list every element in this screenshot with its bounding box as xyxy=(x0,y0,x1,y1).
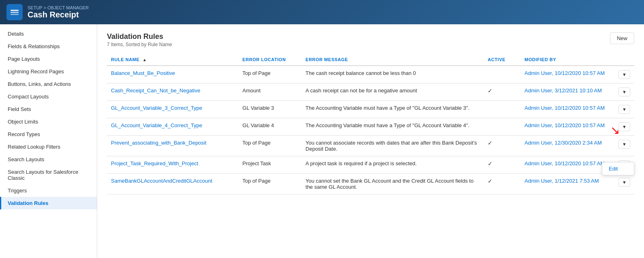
modified-by-link[interactable]: Admin User, 10/12/2020 10:57 AM xyxy=(525,70,605,76)
error-message-cell: A cash receipt can not be for a negative… xyxy=(301,83,484,101)
row-dropdown-button[interactable]: ▼ xyxy=(618,178,630,187)
action-cell: ▼ xyxy=(614,118,634,136)
error-message-cell: A project task is required if a project … xyxy=(301,156,484,174)
sidebar-item-details[interactable]: Details xyxy=(0,28,97,40)
app-header: SETUP > OBJECT MANAGER Cash Receipt xyxy=(0,0,644,24)
col-error-message: ERROR MESSAGE xyxy=(301,54,484,66)
error-location-cell: Top of Page xyxy=(239,66,302,83)
modified-by-link[interactable]: Admin User, 1/12/2021 7:53 AM xyxy=(525,178,599,184)
sort-icon: ▲ xyxy=(143,58,147,62)
new-button[interactable]: New xyxy=(610,32,634,44)
col-rule-name: RULE NAME ▲ xyxy=(107,54,239,66)
col-message-label: ERROR MESSAGE xyxy=(305,57,348,62)
row-dropdown-button[interactable]: ▼ xyxy=(618,122,630,131)
rule-name-link[interactable]: Project_Task_Required_With_Project xyxy=(111,160,198,166)
row-dropdown-button[interactable]: ▼ xyxy=(618,140,630,149)
col-location-label: ERROR LOCATION xyxy=(243,57,286,62)
error-location-cell: GL Variable 4 xyxy=(239,118,302,136)
col-rule-label: RULE NAME xyxy=(111,57,139,62)
sidebar-item-page-layouts[interactable]: Page Layouts xyxy=(0,53,97,65)
modified-by-cell: Admin User, 10/12/2020 10:57 AM xyxy=(520,66,614,83)
row-dropdown-button[interactable]: ▼ xyxy=(618,87,630,96)
sidebar-item-search-layouts[interactable]: Search Layouts xyxy=(0,153,97,166)
table-row: GL_Account_Variable_4_Correct_TypeGL Var… xyxy=(107,118,634,136)
modified-by-cell: Admin User, 10/12/2020 10:57 AM xyxy=(520,156,614,174)
active-cell: ✓ xyxy=(484,136,520,156)
modified-by-link[interactable]: Admin User, 10/12/2020 10:57 AM xyxy=(525,160,605,166)
error-location-cell: Top of Page xyxy=(239,174,302,194)
rule-name-link[interactable]: Prevent_associating_with_Bank_Deposit xyxy=(111,140,207,146)
table-row: Cash_Receipt_Can_Not_be_NegativeAmountA … xyxy=(107,83,634,101)
active-cell: ✓ xyxy=(484,174,520,194)
error-location-cell: GL Variable 3 xyxy=(239,101,302,118)
validation-rules-table: RULE NAME ▲ ERROR LOCATION ERROR MESSAGE… xyxy=(107,54,634,194)
action-cell: ▼ xyxy=(614,83,634,101)
rule-name-link[interactable]: GL_Account_Variable_3_Correct_Type xyxy=(111,105,202,111)
rule-name-link[interactable]: Cash_Receipt_Can_Not_be_Negative xyxy=(111,87,200,94)
title-block: Validation Rules 7 Items, Sorted by Rule… xyxy=(107,32,172,47)
sidebar-item-compact-layouts[interactable]: Compact Layouts xyxy=(0,90,97,103)
sidebar-item-lightning-record-pages[interactable]: Lightning Record Pages xyxy=(0,65,97,78)
sidebar-item-validation-rules[interactable]: Validation Rules xyxy=(0,197,97,209)
page-title: Cash Receipt xyxy=(28,10,89,19)
sidebar: DetailsFields & RelationshipsPage Layout… xyxy=(0,24,97,258)
table-body: Balance_Must_Be_PositiveTop of PageThe c… xyxy=(107,66,634,194)
active-cell xyxy=(484,118,520,136)
action-cell: ▼ xyxy=(614,66,634,83)
error-location-cell: Project Task xyxy=(239,156,302,174)
rule-name-link[interactable]: Balance_Must_Be_Positive xyxy=(111,70,175,76)
check-icon: ✓ xyxy=(488,87,493,94)
content-header: Validation Rules 7 Items, Sorted by Rule… xyxy=(107,32,634,47)
sidebar-item-field-sets[interactable]: Field Sets xyxy=(0,103,97,115)
action-cell: ▼ xyxy=(614,174,634,194)
sidebar-item-search-layouts-for-salesforce-classic[interactable]: Search Layouts for Salesforce Classic xyxy=(0,166,97,184)
active-cell xyxy=(484,101,520,118)
error-message-cell: The cash receipt balance cannot be less … xyxy=(301,66,484,83)
app-logo xyxy=(6,4,23,20)
row-dropdown-button[interactable]: ▼ xyxy=(618,70,630,79)
section-subtitle: 7 Items, Sorted by Rule Name xyxy=(107,42,172,47)
modified-by-link[interactable]: Admin User, 10/12/2020 10:57 AM xyxy=(525,122,605,128)
check-icon: ✓ xyxy=(488,140,493,146)
content-area: Validation Rules 7 Items, Sorted by Rule… xyxy=(97,24,644,258)
table-header-row: RULE NAME ▲ ERROR LOCATION ERROR MESSAGE… xyxy=(107,54,634,66)
error-location-cell: Amount xyxy=(239,83,302,101)
col-modified-by: MODIFIED BY xyxy=(520,54,614,66)
active-cell xyxy=(484,66,520,83)
sidebar-item-fields-relationships[interactable]: Fields & Relationships xyxy=(0,40,97,53)
active-cell: ✓ xyxy=(484,156,520,174)
table-row: GL_Account_Variable_3_Correct_TypeGL Var… xyxy=(107,101,634,118)
sidebar-item-buttons-links-and-actions[interactable]: Buttons, Links, and Actions xyxy=(0,78,97,90)
action-cell: ▼ xyxy=(614,101,634,118)
breadcrumb-object-manager[interactable]: OBJECT MANAGER xyxy=(47,5,89,10)
main-layout: DetailsFields & RelationshipsPage Layout… xyxy=(0,24,644,258)
modified-by-link[interactable]: Admin User, 12/30/2020 2:34 AM xyxy=(525,140,602,146)
check-icon: ✓ xyxy=(488,178,493,184)
col-active-label: ACTIVE xyxy=(488,57,505,62)
action-cell: ▼ xyxy=(614,136,634,156)
sidebar-item-related-lookup-filters[interactable]: Related Lookup Filters xyxy=(0,141,97,153)
sidebar-item-object-limits[interactable]: Object Limits xyxy=(0,115,97,128)
table-row: Balance_Must_Be_PositiveTop of PageThe c… xyxy=(107,66,634,83)
breadcrumb: SETUP > OBJECT MANAGER xyxy=(28,5,89,10)
col-active: ACTIVE xyxy=(484,54,520,66)
rule-name-link[interactable]: GL_Account_Variable_4_Correct_Type xyxy=(111,122,202,128)
error-message-cell: You cannot associate records with dates … xyxy=(301,136,484,156)
row-dropdown-button[interactable]: ▼ xyxy=(618,105,630,114)
breadcrumb-setup: SETUP xyxy=(28,5,42,10)
sidebar-item-record-types[interactable]: Record Types xyxy=(0,128,97,141)
table-row: Prevent_associating_with_Bank_DepositTop… xyxy=(107,136,634,156)
rule-name-link[interactable]: SameBankGLAccountAndCreditGLAccount xyxy=(111,178,212,184)
modified-by-link[interactable]: Admin User, 3/12/2021 10:10 AM xyxy=(525,87,602,94)
modified-by-cell: Admin User, 1/12/2021 7:53 AM xyxy=(520,174,614,194)
error-location-cell: Top of Page xyxy=(239,136,302,156)
check-icon: ✓ xyxy=(488,160,493,167)
modified-by-link[interactable]: Admin User, 10/12/2020 10:57 AM xyxy=(525,105,605,111)
section-title: Validation Rules xyxy=(107,32,172,41)
dropdown-edit-item[interactable]: Edit xyxy=(602,162,634,175)
modified-by-cell: Admin User, 10/12/2020 10:57 AM xyxy=(520,101,614,118)
modified-by-cell: Admin User, 3/12/2021 10:10 AM xyxy=(520,83,614,101)
col-error-location: ERROR LOCATION xyxy=(239,54,302,66)
active-cell: ✓ xyxy=(484,83,520,101)
sidebar-item-triggers[interactable]: Triggers xyxy=(0,184,97,197)
